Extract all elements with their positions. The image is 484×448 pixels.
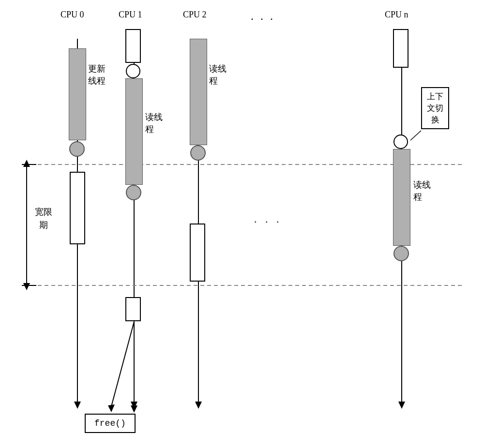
cpu1-label: CPU 1 <box>119 10 142 20</box>
svg-marker-6 <box>131 402 137 409</box>
cpu2-label: CPU 2 <box>183 10 207 20</box>
free-call-text: free() <box>94 418 126 428</box>
svg-marker-8 <box>195 402 202 409</box>
cpu0-update-block <box>69 48 86 140</box>
cpun-read-block <box>393 149 410 246</box>
grace-period-text: 宽限期 <box>35 206 52 232</box>
timeline-dots: . . . <box>254 213 282 225</box>
dots-label: . . . <box>251 10 275 23</box>
svg-line-18 <box>111 322 134 406</box>
context-switch-box: 上下文切换 <box>421 87 449 129</box>
free-call-box: free() <box>85 414 136 433</box>
svg-marker-19 <box>108 404 115 412</box>
cpu2-circle <box>190 145 206 161</box>
cpu2-read-text: 读线程 <box>209 63 227 87</box>
context-switch-text: 上下文切换 <box>427 92 443 124</box>
cpu2-white-block <box>190 224 205 282</box>
cpu0-label: CPU 0 <box>60 10 84 20</box>
cpun-read-text: 读线程 <box>413 179 431 203</box>
cpun-label: CPU n <box>385 10 408 20</box>
cpu2-top-block <box>190 39 207 145</box>
cpu1-bottom-block <box>125 297 141 321</box>
cpu1-read-text: 读线程 <box>145 111 163 135</box>
cpu1-circle-bottom <box>126 185 141 200</box>
cpu0-circle <box>69 141 85 157</box>
svg-marker-4 <box>74 402 81 409</box>
cpun-top-block <box>393 29 408 68</box>
cpu1-read-block <box>125 78 143 185</box>
cpu0-idle-block <box>70 172 85 244</box>
svg-line-22 <box>410 131 421 140</box>
svg-marker-14 <box>23 160 30 167</box>
svg-marker-15 <box>23 283 30 290</box>
svg-marker-10 <box>398 402 405 409</box>
diagram: CPU 0 CPU 1 CPU 2 . . . CPU n 更新线程 读线程 读… <box>0 0 484 448</box>
cpu0-update-text: 更新线程 <box>88 63 106 87</box>
cpu1-circle-top <box>126 64 140 78</box>
cpun-circle-bottom <box>393 246 409 261</box>
svg-marker-21 <box>131 405 137 413</box>
cpu1-top-block <box>125 29 141 63</box>
cpun-circle-top <box>393 134 408 149</box>
